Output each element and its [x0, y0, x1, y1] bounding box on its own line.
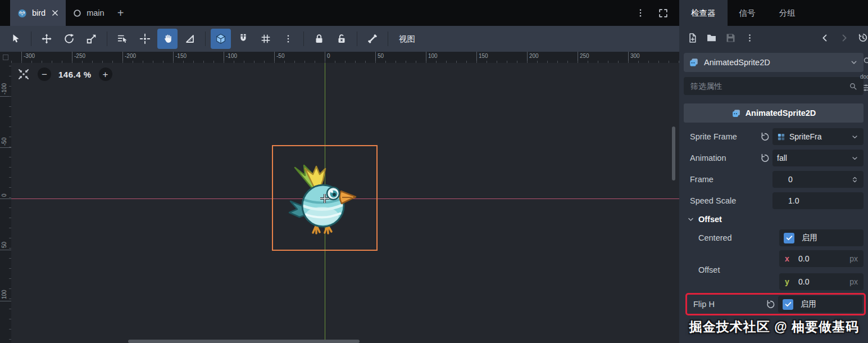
ruler-label: -300 [21, 52, 35, 63]
history-back-icon[interactable] [815, 28, 834, 47]
history-forward-icon[interactable] [834, 28, 853, 47]
ruler-corner [0, 52, 11, 63]
horizontal-scrollbar[interactable] [128, 340, 360, 343]
sprite-frames-resource-dropdown[interactable]: SpriteFra [772, 128, 864, 145]
property-label: Frame [690, 175, 772, 184]
zoom-level-value[interactable]: 146.4 % [58, 70, 92, 79]
search-icon [848, 82, 858, 91]
tune-sliders-icon[interactable] [862, 82, 868, 93]
lock-icon[interactable] [309, 29, 329, 49]
toolbar-separator [303, 31, 304, 46]
ruler-label: -200 [122, 52, 136, 63]
checkbox-checked-icon[interactable] [783, 299, 793, 310]
ruler-label: 0 [325, 52, 330, 63]
clipped-search-doc-icon[interactable] [862, 56, 868, 67]
canvas-viewport[interactable]: -300 -250 -200 -150 -100 -50 0 50 100 15… [0, 52, 679, 343]
scene-tab-main[interactable]: main [66, 0, 111, 26]
pivot-tool-icon[interactable] [135, 29, 155, 49]
close-icon[interactable] [51, 9, 59, 17]
save-resource-icon[interactable] [721, 28, 740, 47]
inspector-panel: 检查器 信号 分组 AnimatedSprite2D AnimatedSprit… [679, 0, 868, 343]
inspector-section-header[interactable]: AnimatedSprite2D [684, 103, 864, 123]
property-label: Flip H [693, 300, 762, 309]
property-row-speed-scale: Speed Scale 1.0 [679, 190, 868, 211]
node-selector-dropdown[interactable]: AnimatedSprite2D [684, 53, 864, 72]
speed-scale-value: 1.0 [788, 196, 859, 205]
skeleton-bone-icon[interactable] [362, 29, 383, 49]
animation-value: fall [777, 154, 851, 163]
ruler-label: -50 [0, 147, 11, 148]
toolbar-separator [357, 31, 357, 46]
section-title: AnimatedSprite2D [746, 109, 816, 118]
spinner-updown-icon[interactable] [851, 175, 859, 184]
filter-properties-input[interactable] [689, 81, 848, 91]
offset-x-field[interactable]: x 0.0 px [779, 250, 864, 267]
load-resource-folder-icon[interactable] [702, 28, 721, 47]
tab-groups[interactable]: 分组 [767, 0, 807, 26]
zoom-out-button[interactable]: − [38, 67, 51, 81]
scale-tool-icon[interactable] [81, 29, 102, 49]
property-row-frame: Frame 0 [679, 169, 868, 190]
property-label: Sprite Frame [690, 132, 757, 141]
resource-options-menu-icon[interactable] [740, 28, 759, 47]
new-resource-icon[interactable] [683, 28, 702, 47]
ruler-label: 50 [0, 250, 11, 250]
sprite-frames-value: SpriteFra [789, 132, 851, 141]
rotate-tool-icon[interactable] [59, 29, 79, 49]
select-tool-icon[interactable] [6, 29, 26, 49]
speed-scale-spinbox[interactable]: 1.0 [772, 192, 864, 209]
checkbox-label: 启用 [802, 233, 817, 243]
unlock-icon[interactable] [331, 29, 352, 49]
ruler-label: 50 [375, 52, 384, 63]
frame-value: 0 [788, 175, 851, 184]
history-list-icon[interactable] [853, 28, 868, 47]
ruler-label: -150 [173, 52, 187, 63]
property-label: Offset [698, 265, 779, 274]
smart-snap-icon[interactable] [211, 29, 231, 49]
grid-snap-magnet-icon[interactable] [233, 29, 253, 49]
move-tool-icon[interactable] [37, 29, 57, 49]
add-scene-tab-button[interactable]: + [111, 0, 130, 26]
animation-dropdown[interactable]: fall [772, 150, 864, 166]
flip-h-highlight-box: Flip H 启用 [685, 293, 866, 315]
distraction-free-mode-icon[interactable] [655, 4, 671, 21]
flip-h-checkbox-field[interactable]: 启用 [778, 296, 862, 313]
scene-tab-bird[interactable]: bird [10, 0, 66, 26]
offset-y-field[interactable]: y 0.0 px [779, 273, 864, 290]
zoom-in-button[interactable]: + [99, 67, 112, 81]
ruler-tool-icon[interactable] [180, 29, 200, 49]
revert-icon[interactable] [762, 299, 778, 310]
ruler-label: -100 [224, 52, 237, 63]
sprite-frames-resource-icon [777, 133, 785, 141]
list-select-tool-icon[interactable] [112, 29, 133, 49]
center-view-icon[interactable] [17, 67, 30, 81]
animated-sprite-2d-icon [689, 57, 699, 67]
filter-properties-field[interactable] [684, 77, 864, 95]
view-menu-button[interactable]: 视图 [392, 29, 422, 48]
property-row-sprite-frames: Sprite Frame SpriteFra [679, 126, 868, 147]
chevron-down-icon [851, 154, 859, 163]
scene-tabs-menu-icon[interactable] [632, 4, 649, 21]
doc-label: doc [860, 74, 868, 80]
chevron-down-icon [687, 216, 694, 223]
property-label: Speed Scale [690, 196, 772, 205]
node-origin-gizmo[interactable] [320, 193, 330, 204]
ruler-label: 150 [476, 52, 488, 63]
vertical-scrollbar[interactable] [672, 127, 675, 180]
property-row-offset: Offset x 0.0 px y 0.0 px [679, 249, 868, 291]
revert-icon[interactable] [757, 153, 772, 164]
ruler-label: 100 [426, 52, 438, 63]
offset-group-header[interactable]: Offset [679, 211, 868, 227]
pan-tool-icon[interactable] [157, 29, 178, 49]
tab-inspector[interactable]: 检查器 [679, 0, 728, 26]
toolbar-separator [107, 31, 107, 46]
tab-signals[interactable]: 信号 [728, 0, 767, 26]
ruler-label: -50 [274, 52, 284, 63]
ruler-label: 0 [0, 198, 11, 199]
checkbox-checked-icon[interactable] [784, 233, 794, 243]
grid-icon[interactable] [256, 29, 276, 49]
snapping-options-menu-icon[interactable] [278, 29, 298, 49]
centered-checkbox-field[interactable]: 启用 [779, 229, 864, 246]
revert-icon[interactable] [757, 132, 772, 142]
frame-spinbox[interactable]: 0 [772, 171, 864, 188]
